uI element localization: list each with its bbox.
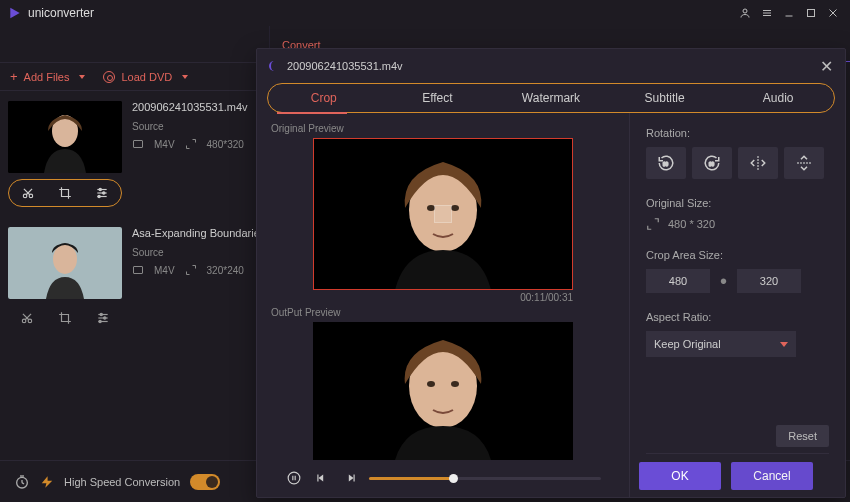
load-dvd-label: Load DVD [121, 71, 172, 83]
high-speed-toggle[interactable] [190, 474, 220, 490]
svg-point-20 [98, 195, 100, 197]
tab-watermark[interactable]: Watermark [494, 91, 608, 105]
aspect-ratio-select[interactable]: Keep Original [646, 331, 796, 357]
spinner-icon [269, 61, 279, 71]
rotation-label: Rotation: [646, 127, 829, 139]
brand-icon [8, 6, 22, 20]
ok-button[interactable]: OK [639, 462, 721, 490]
file-format: M4V [154, 265, 175, 276]
minimize-button[interactable] [780, 4, 798, 22]
seek-thumb[interactable] [449, 474, 458, 483]
preview-column: Original Preview 00:11/00:31 OutPut Prev… [257, 113, 629, 497]
original-size-value: 480 * 320 [668, 218, 715, 230]
source-label: Source [132, 247, 268, 258]
file-card[interactable]: 20090624103553​1.m4v Source M4V 480*320 [0, 91, 269, 217]
format-icon [132, 264, 144, 276]
output-preview [313, 322, 573, 460]
trim-icon[interactable] [21, 186, 35, 200]
crop-width-input[interactable] [646, 269, 710, 293]
crop-icon[interactable] [58, 311, 72, 325]
svg-point-33 [99, 320, 101, 322]
file-name: Asa-Expanding Boundaries. [132, 227, 268, 239]
adjust-icon[interactable] [96, 311, 110, 325]
aspect-ratio-label: Aspect Ratio: [646, 311, 829, 323]
pause-button[interactable] [285, 469, 303, 487]
load-dvd-button[interactable]: Load DVD [103, 71, 188, 83]
titlebar: uniconverter [0, 0, 850, 26]
menu-icon[interactable] [758, 4, 776, 22]
svg-rect-21 [134, 141, 143, 148]
svg-text:90: 90 [709, 162, 715, 167]
chevron-down-icon [780, 342, 788, 347]
crop-height-input[interactable] [737, 269, 801, 293]
editor-tabs: Crop Effect Watermark Subtitle Audio [267, 83, 835, 113]
svg-point-1 [743, 9, 747, 13]
output-preview-label: OutPut Preview [271, 307, 615, 318]
original-size-label: Original Size: [646, 197, 829, 209]
reset-button[interactable]: Reset [776, 425, 829, 447]
original-preview-label: Original Preview [271, 123, 615, 134]
tab-audio[interactable]: Audio [721, 91, 835, 105]
svg-point-48 [288, 472, 300, 484]
file-actions-highlight [8, 179, 122, 207]
file-thumbnail[interactable] [8, 101, 122, 173]
chevron-down-icon [79, 75, 85, 79]
dim-separator: • [718, 270, 729, 293]
file-actions [8, 305, 122, 331]
file-dims: 480*320 [207, 139, 244, 150]
svg-marker-51 [319, 475, 324, 482]
svg-point-46 [427, 381, 435, 387]
modal-header: 20090624103553​1.m4v ✕ [257, 49, 845, 83]
tab-subtitle[interactable]: Subtitle [608, 91, 722, 105]
svg-rect-52 [317, 475, 318, 482]
file-name: 20090624103553​1.m4v [132, 101, 261, 113]
file-thumbnail[interactable] [8, 227, 122, 299]
seek-bar[interactable] [369, 477, 601, 480]
crop-frame[interactable] [313, 138, 573, 290]
settings-panel: Rotation: 90 90 Original Size: 480 * 32 [629, 113, 845, 497]
next-frame-button[interactable] [341, 469, 359, 487]
cancel-button[interactable]: Cancel [731, 462, 813, 490]
close-button[interactable] [824, 4, 842, 22]
dimensions-icon [185, 138, 197, 150]
high-speed-label: High Speed Conversion [64, 476, 180, 488]
file-format: M4V [154, 139, 175, 150]
adjust-icon[interactable] [95, 186, 109, 200]
rotate-ccw-button[interactable]: 90 [646, 147, 686, 179]
svg-point-18 [99, 188, 101, 190]
svg-marker-39 [42, 476, 53, 488]
playback-controls [271, 460, 615, 496]
crop-size-label: Crop Area Size: [646, 249, 829, 261]
add-files-button[interactable]: + Add Files [10, 69, 85, 84]
svg-marker-53 [349, 475, 354, 482]
svg-text:90: 90 [663, 162, 669, 167]
svg-point-19 [103, 192, 105, 194]
clock-icon[interactable] [14, 474, 30, 490]
tab-crop[interactable]: Crop [267, 91, 381, 105]
trim-icon[interactable] [20, 311, 34, 325]
source-label: Source [132, 121, 261, 132]
flip-vertical-button[interactable] [784, 147, 824, 179]
maximize-button[interactable] [802, 4, 820, 22]
user-icon[interactable] [736, 4, 754, 22]
left-toolbar: + Add Files Load DVD [0, 62, 269, 91]
svg-rect-34 [134, 267, 143, 274]
brand: uniconverter [8, 6, 94, 20]
svg-rect-6 [808, 10, 815, 17]
crop-center-handle[interactable] [434, 205, 452, 223]
svg-marker-0 [10, 8, 19, 19]
tab-effect[interactable]: Effect [381, 91, 495, 105]
timecode: 00:11/00:31 [313, 292, 573, 303]
svg-point-47 [451, 381, 459, 387]
crop-icon[interactable] [58, 186, 72, 200]
file-card[interactable]: Asa-Expanding Boundaries. Source M4V 320… [0, 217, 269, 341]
prev-frame-button[interactable] [313, 469, 331, 487]
svg-line-37 [22, 482, 24, 483]
app-name: uniconverter [28, 6, 94, 20]
modal-close-button[interactable]: ✕ [820, 57, 833, 76]
original-preview[interactable] [313, 138, 573, 290]
format-icon [132, 138, 144, 150]
rotate-cw-button[interactable]: 90 [692, 147, 732, 179]
flip-horizontal-button[interactable] [738, 147, 778, 179]
modal-filename: 20090624103553​1.m4v [287, 60, 403, 72]
